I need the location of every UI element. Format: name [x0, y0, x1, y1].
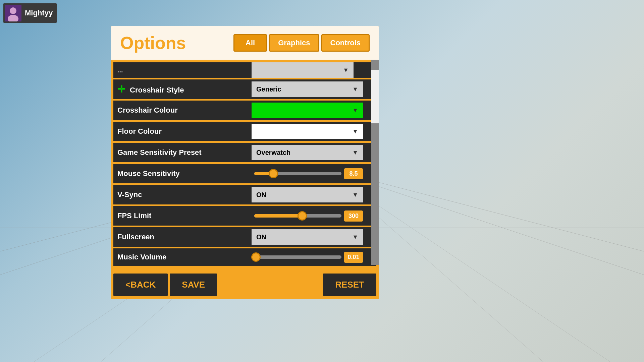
tab-graphics[interactable]: Graphics: [269, 34, 319, 52]
fullscreen-row: Fullscreen ON ▼: [113, 227, 376, 247]
mouse-sensitivity-control: 8.5: [252, 168, 372, 179]
save-button[interactable]: SAVE: [170, 274, 217, 296]
mouse-sensitivity-slider-row: 8.5: [252, 168, 363, 179]
modal-title: Options: [120, 33, 186, 53]
scrollbar-thumb[interactable]: [371, 70, 379, 123]
fullscreen-arrow: ▼: [352, 234, 358, 241]
music-volume-label: Music Volume: [117, 253, 252, 261]
back-button[interactable]: <BACK: [113, 274, 168, 296]
game-sensitivity-preset-value: Overwatch: [256, 149, 290, 157]
music-volume-row: Music Volume 0.01: [113, 248, 376, 266]
partial-top-row: ... ▼: [113, 62, 376, 78]
fullscreen-value: ON: [256, 233, 266, 241]
mouse-sensitivity-label: Mouse Sensitivity: [117, 169, 252, 178]
vsync-value: ON: [256, 191, 266, 199]
floor-colour-label: Floor Colour: [117, 127, 252, 136]
floor-colour-arrow: ▼: [352, 128, 358, 135]
tab-buttons: All Graphics Controls: [233, 34, 370, 52]
game-sensitivity-preset-control: Overwatch ▼: [252, 145, 372, 160]
tab-all[interactable]: All: [233, 34, 267, 52]
partial-dropdown-arrow: ▼: [343, 67, 349, 74]
fullscreen-label: Fullscreen: [117, 233, 252, 241]
crosshair-colour-label: Crosshair Colour: [117, 106, 252, 115]
user-profile: Mightyy: [3, 3, 57, 23]
scrollbar[interactable]: [371, 60, 379, 265]
crosshair-colour-arrow: ▼: [352, 107, 358, 114]
modal-footer: <BACK SAVE RESET: [111, 270, 379, 299]
partial-label: ...: [117, 66, 252, 74]
crosshair-style-label: ✛ Crosshair Style: [117, 84, 252, 95]
crosshair-colour-row: Crosshair Colour ▼: [113, 101, 376, 120]
crosshair-style-row: ✛ Crosshair Style Generic ▼: [113, 79, 376, 99]
username: Mightyy: [25, 9, 53, 17]
fullscreen-control: ON ▼: [252, 229, 372, 245]
tab-controls[interactable]: Controls: [321, 34, 370, 52]
vsync-arrow: ▼: [352, 191, 358, 198]
mouse-sensitivity-value: 8.5: [344, 168, 363, 179]
fps-limit-thumb[interactable]: [298, 211, 307, 221]
floor-colour-dropdown[interactable]: ▼: [252, 124, 363, 139]
mouse-sensitivity-thumb[interactable]: [269, 169, 278, 178]
music-volume-value: 0.01: [344, 252, 363, 263]
modal-content: ... ▼ ✛ Crosshair Style Generic: [111, 60, 379, 270]
game-sensitivity-preset-label: Game Sensitivity Preset: [117, 148, 252, 157]
mouse-sensitivity-track[interactable]: [254, 172, 341, 175]
music-volume-slider-row: 0.01: [252, 252, 363, 263]
svg-point-10: [10, 7, 16, 14]
vsync-row: V-Sync ON ▼: [113, 185, 376, 204]
floor-colour-row: Floor Colour ▼: [113, 122, 376, 141]
crosshair-icon: ✛: [117, 84, 125, 95]
mouse-sensitivity-row: Mouse Sensitivity 8.5: [113, 164, 376, 183]
music-volume-thumb[interactable]: [251, 252, 261, 262]
floor-colour-control: ▼: [252, 124, 372, 139]
fps-limit-slider-row: 300: [252, 210, 363, 222]
vsync-label: V-Sync: [117, 190, 252, 199]
crosshair-colour-control: ▼: [252, 103, 372, 118]
crosshair-style-arrow: ▼: [352, 86, 358, 93]
fps-limit-track[interactable]: [254, 214, 341, 218]
avatar: [5, 5, 21, 21]
crosshair-style-value: Generic: [256, 85, 281, 93]
scrollbar-track: [371, 60, 379, 265]
fps-limit-fill: [254, 214, 302, 218]
vsync-dropdown[interactable]: ON ▼: [252, 187, 363, 202]
options-modal: Options All Graphics Controls ... ▼: [111, 26, 379, 299]
fullscreen-dropdown[interactable]: ON ▼: [252, 229, 363, 245]
game-sensitivity-preset-dropdown[interactable]: Overwatch ▼: [252, 145, 363, 160]
crosshair-style-control: Generic ▼: [252, 81, 372, 97]
crosshair-colour-dropdown[interactable]: ▼: [252, 103, 363, 118]
game-sensitivity-preset-row: Game Sensitivity Preset Overwatch ▼: [113, 143, 376, 162]
reset-button[interactable]: RESET: [323, 274, 376, 296]
music-volume-control: 0.01: [252, 252, 372, 263]
fps-limit-label: FPS Limit: [117, 212, 252, 220]
vsync-control: ON ▼: [252, 187, 372, 202]
fps-limit-control: 300: [252, 210, 372, 222]
crosshair-style-dropdown[interactable]: Generic ▼: [252, 81, 363, 97]
settings-container: ... ▼ ✛ Crosshair Style Generic: [113, 62, 376, 267]
modal-header: Options All Graphics Controls: [111, 26, 379, 60]
partial-dropdown[interactable]: ▼: [252, 62, 354, 78]
game-sensitivity-preset-arrow: ▼: [352, 149, 358, 156]
fps-limit-row: FPS Limit 300: [113, 206, 376, 226]
fps-limit-value: 300: [344, 210, 363, 222]
music-volume-track[interactable]: [254, 255, 341, 259]
